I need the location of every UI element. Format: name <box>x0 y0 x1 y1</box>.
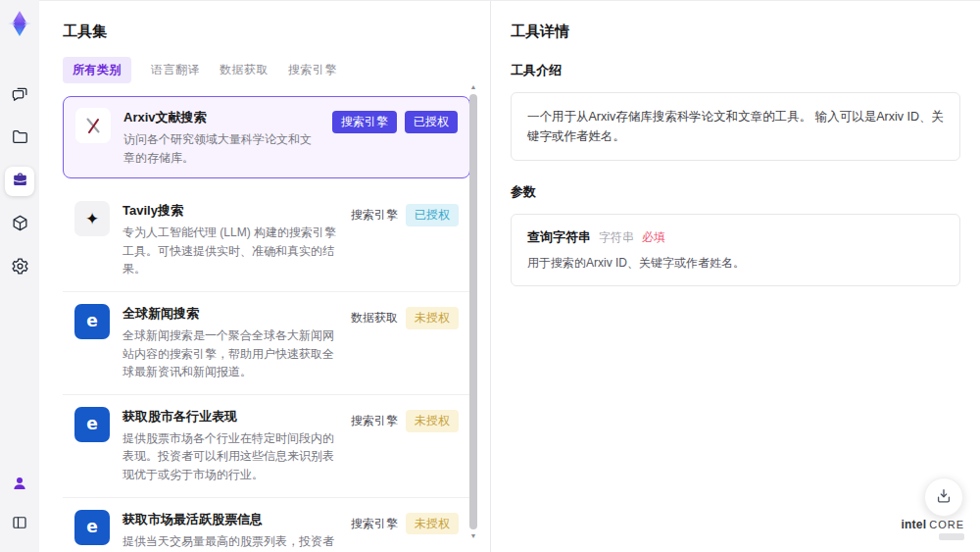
tool-card-tavily[interactable]: ✦ Tavily搜索 专为人工智能代理 (LLM) 构建的搜索引擎工具。可快速提… <box>63 189 470 292</box>
tool-name: 获取股市各行业表现 <box>122 408 338 426</box>
category-badge: 搜索引擎 <box>351 410 398 432</box>
blue-news-icon: e <box>74 407 110 442</box>
tool-description: 专为人工智能代理 (LLM) 构建的搜索引擎工具。可快速提供实时、准确和真实的结… <box>122 224 338 278</box>
category-badge: 数据获取 <box>351 307 398 329</box>
scroll-down-icon[interactable]: ▼ <box>470 532 477 540</box>
param-card: 查询字符串 字符串 必填 用于搜索的Arxiv ID、关键字或作者姓名。 <box>511 214 960 286</box>
tool-list-pane: 工具集 所有类别 语言翻译 数据获取 搜索引擎 A <box>39 1 490 552</box>
avatar-icon <box>11 475 28 495</box>
tab-all-categories[interactable]: 所有类别 <box>63 57 131 83</box>
chat-icon <box>11 84 29 106</box>
cube-icon <box>11 214 29 235</box>
tool-card-active-stocks[interactable]: e 获取市场最活跃股票信息 提供当天交易量最高的股票列表，投资者可以利用这些信息… <box>63 498 470 552</box>
sidebar-item-tools[interactable] <box>5 167 34 196</box>
tool-list: Arxiv文献搜索 访问各个研究领域大量科学论文和文章的存储库。 搜索引擎 已授… <box>63 96 470 552</box>
main-content: 工具集 所有类别 语言翻译 数据获取 搜索引擎 A <box>39 0 980 552</box>
intro-heading: 工具介绍 <box>511 62 960 79</box>
param-type: 字符串 <box>599 229 634 246</box>
tool-detail-pane: 工具详情 工具介绍 一个用于从Arxiv存储库搜索科学论文和文章的工具。 输入可… <box>490 1 980 552</box>
tool-name: Arxiv文献搜索 <box>123 109 319 126</box>
folder-icon <box>11 127 29 149</box>
sidebar-collapse-toggle[interactable] <box>5 509 34 538</box>
category-badge: 搜索引擎 <box>351 513 398 535</box>
intel-core-logo: intelcore <box>902 518 964 540</box>
tool-description: 提供当天交易量最高的股票列表，投资者可以利用这些信息来识别流动性强的股票和潜在的… <box>122 532 338 552</box>
blue-news-icon: e <box>74 510 110 545</box>
category-tabs: 所有类别 语言翻译 数据获取 搜索引擎 <box>63 57 490 83</box>
tab-language-translation[interactable]: 语言翻译 <box>151 57 200 83</box>
tool-card-sector-performance[interactable]: e 获取股市各行业表现 提供股票市场各个行业在特定时间段内的表现。投资者可以利用… <box>63 395 470 498</box>
tool-name: 获取市场最活跃股票信息 <box>122 511 338 528</box>
tool-card-arxiv[interactable]: Arxiv文献搜索 访问各个研究领域大量科学论文和文章的存储库。 搜索引擎 已授… <box>63 96 470 178</box>
brand-intel: intel <box>902 518 927 531</box>
param-required-badge: 必填 <box>642 229 665 246</box>
tool-description: 访问各个研究领域大量科学论文和文章的存储库。 <box>123 130 319 167</box>
intro-card: 一个用于从Arxiv存储库搜索科学论文和文章的工具。 输入可以是Arxiv ID… <box>511 92 960 161</box>
download-button[interactable] <box>924 477 963 517</box>
brand-core: core <box>929 519 964 530</box>
sidebar-item-files[interactable] <box>5 124 34 153</box>
arxiv-x-icon <box>75 108 111 143</box>
sidebar-item-plugins[interactable] <box>5 210 34 239</box>
tab-data-fetch[interactable]: 数据获取 <box>220 57 269 83</box>
auth-status-badge: 已授权 <box>406 204 459 226</box>
scrollbar-thumb[interactable] <box>469 94 477 529</box>
tool-name: 全球新闻搜索 <box>122 305 338 323</box>
brand-sub-mark <box>939 533 964 540</box>
list-scrollbar[interactable]: ▲ ▼ <box>468 83 478 540</box>
param-description: 用于搜索的Arxiv ID、关键字或作者姓名。 <box>527 255 944 272</box>
param-name: 查询字符串 <box>527 228 591 246</box>
intro-text: 一个用于从Arxiv存储库搜索科学论文和文章的工具。 输入可以是Arxiv ID… <box>527 107 944 146</box>
tool-name: Tavily搜索 <box>122 202 338 220</box>
params-heading: 参数 <box>511 183 960 201</box>
auth-status-badge: 已授权 <box>405 111 458 133</box>
tool-card-global-news[interactable]: e 全球新闻搜索 全球新闻搜索是一个聚合全球各大新闻网站内容的搜索引擎，帮助用户… <box>63 292 470 395</box>
sidebar-nav <box>5 80 34 282</box>
gear-icon <box>11 257 29 278</box>
app-logo-icon <box>5 8 34 39</box>
download-icon <box>934 486 954 509</box>
panel-toggle-icon <box>11 514 28 534</box>
blue-news-icon: e <box>74 304 110 339</box>
auth-status-badge: 未授权 <box>406 307 459 329</box>
tool-description: 提供股票市场各个行业在特定时间段内的表现。投资者可以利用这些信息来识别表现优于或… <box>122 429 338 484</box>
sidebar-item-chat[interactable] <box>5 80 34 110</box>
sidebar <box>0 0 39 552</box>
tab-search-engine[interactable]: 搜索引擎 <box>288 57 337 83</box>
auth-status-badge: 未授权 <box>406 513 459 535</box>
app-window: 工具集 所有类别 语言翻译 数据获取 搜索引擎 A <box>0 0 980 552</box>
sidebar-item-settings[interactable] <box>5 253 34 282</box>
page-title: 工具集 <box>63 23 490 41</box>
category-badge: 搜索引擎 <box>332 111 397 133</box>
four-point-star-icon: ✦ <box>74 201 110 236</box>
detail-title: 工具详情 <box>511 23 960 41</box>
auth-status-badge: 未授权 <box>406 410 459 432</box>
sidebar-item-account[interactable] <box>5 470 34 499</box>
category-badge: 搜索引擎 <box>351 204 398 226</box>
briefcase-icon <box>11 171 29 192</box>
tool-description: 全球新闻搜索是一个聚合全球各大新闻网站内容的搜索引擎，帮助用户快速获取全球最新资… <box>122 326 338 381</box>
scroll-up-icon[interactable]: ▲ <box>470 83 477 91</box>
sidebar-bottom <box>5 470 34 538</box>
